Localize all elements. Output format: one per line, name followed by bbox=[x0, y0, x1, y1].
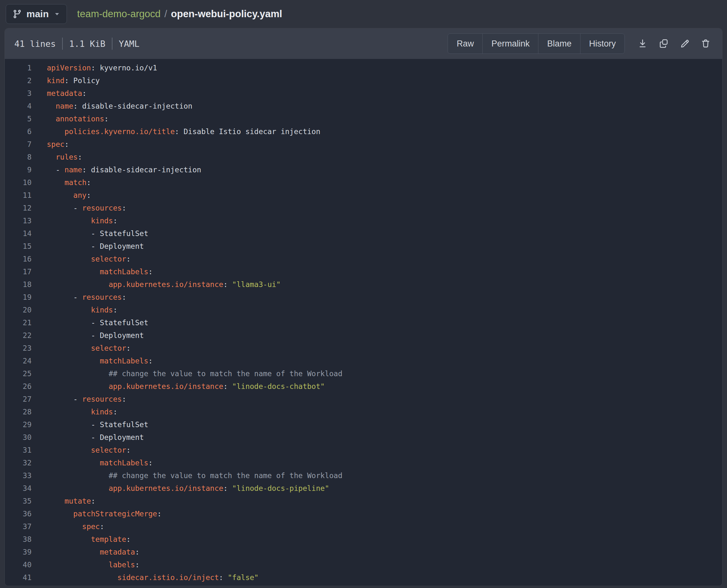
breadcrumb-separator: / bbox=[164, 8, 167, 20]
line-content: ## change the value to match the name of… bbox=[32, 367, 342, 380]
permalink-button[interactable]: Permalink bbox=[482, 34, 538, 54]
code-line: 41 sidecar.istio.io/inject: "false" bbox=[5, 571, 722, 584]
line-number[interactable]: 1 bbox=[5, 61, 32, 74]
code-line: 25 ## change the value to match the name… bbox=[5, 367, 722, 380]
line-number[interactable]: 15 bbox=[5, 240, 32, 253]
code-line: 36 patchStrategicMerge: bbox=[5, 507, 722, 520]
line-number[interactable]: 26 bbox=[5, 380, 32, 393]
blame-button[interactable]: Blame bbox=[538, 34, 580, 54]
code-line: 1apiVersion: kyverno.io/v1 bbox=[5, 61, 722, 74]
line-number[interactable]: 40 bbox=[5, 559, 32, 571]
code-line: 26 app.kubernetes.io/instance: "linode-d… bbox=[5, 380, 722, 393]
line-number[interactable]: 3 bbox=[5, 87, 32, 100]
line-number[interactable]: 35 bbox=[5, 495, 32, 507]
file-lines-count: 41 lines bbox=[14, 39, 56, 49]
line-content: metadata: bbox=[32, 87, 87, 100]
history-button[interactable]: History bbox=[580, 34, 624, 54]
line-number[interactable]: 6 bbox=[5, 125, 32, 138]
breadcrumb: team-demo-argocd / open-webui-policy.yam… bbox=[77, 8, 282, 20]
delete-icon[interactable] bbox=[700, 38, 711, 49]
line-number[interactable]: 9 bbox=[5, 163, 32, 176]
line-number[interactable]: 28 bbox=[5, 405, 32, 418]
line-number[interactable]: 27 bbox=[5, 393, 32, 405]
breadcrumb-file-name: open-webui-policy.yaml bbox=[171, 8, 282, 20]
line-number[interactable]: 30 bbox=[5, 431, 32, 444]
line-content: - resources: bbox=[32, 291, 126, 303]
code-line: 15 - Deployment bbox=[5, 240, 722, 253]
line-content: kinds: bbox=[32, 214, 118, 227]
raw-button[interactable]: Raw bbox=[448, 34, 482, 54]
line-number[interactable]: 17 bbox=[5, 265, 32, 278]
line-content: annotations: bbox=[32, 112, 109, 125]
file-icon-actions bbox=[637, 38, 711, 49]
line-number[interactable]: 39 bbox=[5, 546, 32, 559]
line-number[interactable]: 32 bbox=[5, 457, 32, 469]
line-number[interactable]: 12 bbox=[5, 202, 32, 214]
line-number[interactable]: 36 bbox=[5, 507, 32, 520]
breadcrumb-repo-link[interactable]: team-demo-argocd bbox=[77, 8, 161, 20]
line-number[interactable]: 31 bbox=[5, 444, 32, 457]
line-number[interactable]: 19 bbox=[5, 291, 32, 303]
line-content: matchLabels: bbox=[32, 457, 152, 469]
code-line: 2kind: Policy bbox=[5, 74, 722, 87]
line-number[interactable]: 33 bbox=[5, 469, 32, 482]
code-viewer: 1apiVersion: kyverno.io/v12kind: Policy3… bbox=[5, 59, 722, 586]
line-number[interactable]: 29 bbox=[5, 418, 32, 431]
line-content: app.kubernetes.io/instance: "linode-docs… bbox=[32, 482, 329, 495]
line-number[interactable]: 7 bbox=[5, 138, 32, 151]
code-line: 37 spec: bbox=[5, 520, 722, 533]
code-line: 39 metadata: bbox=[5, 546, 722, 559]
line-content: matchLabels: bbox=[32, 355, 152, 367]
branch-selector-button[interactable]: main bbox=[6, 4, 67, 24]
line-number[interactable]: 10 bbox=[5, 176, 32, 189]
file-size: 1.1 KiB bbox=[69, 39, 105, 49]
code-line: 28 kinds: bbox=[5, 405, 722, 418]
line-number[interactable]: 21 bbox=[5, 316, 32, 329]
line-number[interactable]: 18 bbox=[5, 278, 32, 291]
code-line: 34 app.kubernetes.io/instance: "linode-d… bbox=[5, 482, 722, 495]
code-line: 8 rules: bbox=[5, 151, 722, 163]
line-number[interactable]: 20 bbox=[5, 303, 32, 316]
download-icon[interactable] bbox=[637, 38, 648, 49]
line-number[interactable]: 38 bbox=[5, 533, 32, 546]
code-line: 38 template: bbox=[5, 533, 722, 546]
line-number[interactable]: 25 bbox=[5, 367, 32, 380]
line-number[interactable]: 41 bbox=[5, 571, 32, 584]
line-number[interactable]: 8 bbox=[5, 151, 32, 163]
edit-icon[interactable] bbox=[679, 38, 690, 49]
line-content: - resources: bbox=[32, 393, 126, 405]
line-content: mutate: bbox=[32, 495, 95, 507]
line-content: matchLabels: bbox=[32, 265, 152, 278]
code-line: 17 matchLabels: bbox=[5, 265, 722, 278]
file-view-box: 41 lines 1.1 KiB YAML Raw Permalink Blam… bbox=[4, 28, 723, 586]
meta-divider bbox=[62, 38, 63, 50]
line-number[interactable]: 4 bbox=[5, 100, 32, 112]
line-number[interactable]: 16 bbox=[5, 253, 32, 265]
code-line: 40 labels: bbox=[5, 559, 722, 571]
line-content: apiVersion: kyverno.io/v1 bbox=[32, 61, 157, 74]
line-number[interactable]: 22 bbox=[5, 329, 32, 342]
line-number[interactable]: 37 bbox=[5, 520, 32, 533]
code-line: 11 any: bbox=[5, 189, 722, 202]
line-content: - StatefulSet bbox=[32, 418, 148, 431]
line-content: patchStrategicMerge: bbox=[32, 507, 162, 520]
line-content: metadata: bbox=[32, 546, 140, 559]
line-number[interactable]: 11 bbox=[5, 189, 32, 202]
line-content: - Deployment bbox=[32, 240, 144, 253]
code-line: 22 - Deployment bbox=[5, 329, 722, 342]
line-number[interactable]: 14 bbox=[5, 227, 32, 240]
line-number[interactable]: 24 bbox=[5, 355, 32, 367]
code-line: 6 policies.kyverno.io/title: Disable Ist… bbox=[5, 125, 722, 138]
line-number[interactable]: 23 bbox=[5, 342, 32, 355]
code-line: 30 - Deployment bbox=[5, 431, 722, 444]
line-number[interactable]: 13 bbox=[5, 214, 32, 227]
code-line: 32 matchLabels: bbox=[5, 457, 722, 469]
git-branch-icon bbox=[13, 9, 22, 19]
line-number[interactable]: 5 bbox=[5, 112, 32, 125]
branch-name: main bbox=[26, 8, 49, 19]
line-number[interactable]: 2 bbox=[5, 74, 32, 87]
file-header: 41 lines 1.1 KiB YAML Raw Permalink Blam… bbox=[5, 28, 722, 59]
copy-icon[interactable] bbox=[658, 38, 669, 49]
code-line: 14 - StatefulSet bbox=[5, 227, 722, 240]
line-number[interactable]: 34 bbox=[5, 482, 32, 495]
